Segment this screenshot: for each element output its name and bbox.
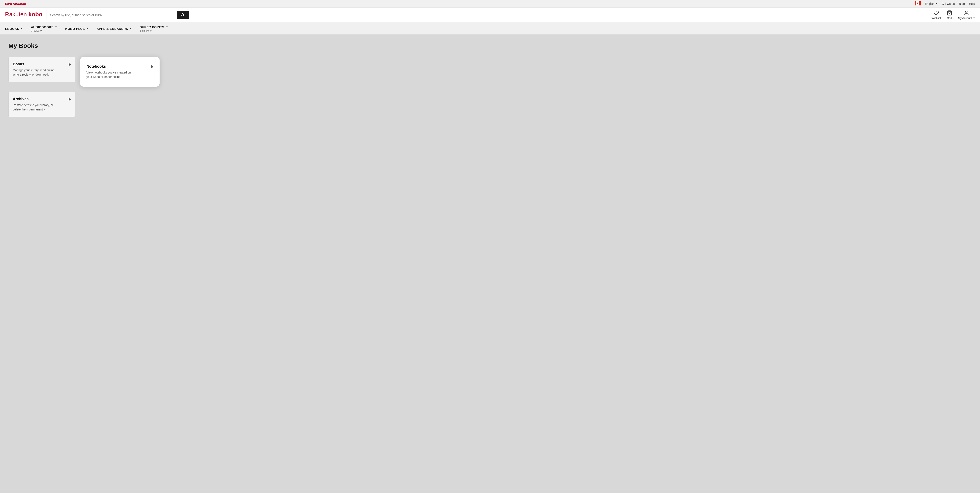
svg-point-5	[966, 11, 967, 13]
notebooks-card-title: Notebooks	[86, 64, 132, 69]
cart-icon	[947, 10, 952, 16]
my-account-button[interactable]: My Account	[958, 10, 975, 20]
koboplus-chevron-icon	[86, 28, 88, 29]
search-icon	[181, 13, 185, 17]
canada-flag-icon[interactable]	[915, 1, 921, 6]
top-bar: Earn Rewards English Gift Cards Blog Hel…	[0, 0, 980, 8]
nav-bar: eBOOKS AUDIOBOOKS Credits: 0 KOBO PLUS A…	[0, 22, 980, 35]
gift-cards-link[interactable]: Gift Cards	[942, 2, 955, 5]
books-card-title: Books	[13, 62, 59, 67]
nav-item-superpoints[interactable]: SUPER POINTS Balance: 0	[135, 22, 172, 34]
cards-row: Books Manage your library, read online, …	[8, 57, 972, 87]
books-card[interactable]: Books Manage your library, read online, …	[8, 57, 75, 82]
header: Rakuten kobo Wishlist Cart	[0, 8, 980, 22]
archives-card[interactable]: Archives Restore items to your library, …	[8, 92, 75, 117]
page-title: My Books	[8, 42, 972, 49]
cart-button[interactable]: Cart	[947, 10, 952, 20]
logo[interactable]: Rakuten kobo	[5, 11, 42, 18]
search-button[interactable]	[177, 11, 189, 19]
cards-row-2: Archives Restore items to your library, …	[8, 92, 972, 117]
logo-underline	[5, 18, 42, 18]
archives-card-desc: Restore items to your library, or delete…	[13, 103, 59, 112]
earn-rewards-link[interactable]: Earn Rewards	[5, 2, 26, 5]
apps-chevron-icon	[130, 28, 131, 29]
superpoints-chevron-icon	[166, 27, 168, 27]
header-icons: Wishlist Cart My Account	[932, 10, 975, 20]
audiobooks-chevron-icon	[55, 27, 57, 27]
archives-card-chevron-icon	[69, 98, 71, 101]
notebooks-card[interactable]: Notebooks View notebooks you've created …	[80, 57, 159, 87]
notebooks-card-desc: View notebooks you've created on your Ko…	[86, 70, 132, 79]
nav-item-koboplus[interactable]: KOBO PLUS	[61, 24, 92, 33]
audiobooks-credits: Credits: 0	[31, 29, 41, 32]
wishlist-button[interactable]: Wishlist	[932, 10, 941, 20]
my-account-label-row: My Account	[958, 16, 975, 20]
svg-rect-2	[919, 1, 921, 5]
language-selector[interactable]: English	[925, 2, 937, 5]
language-chevron-icon	[936, 3, 937, 5]
user-icon	[964, 10, 969, 16]
logo-text: Rakuten kobo	[5, 11, 42, 17]
books-card-chevron-icon	[69, 63, 71, 66]
search-input[interactable]	[46, 11, 177, 19]
books-card-desc: Manage your library, read online, write …	[13, 68, 59, 77]
svg-rect-1	[915, 1, 916, 5]
nav-item-audiobooks[interactable]: AUDIOBOOKS Credits: 0	[27, 22, 61, 34]
nav-item-apps[interactable]: APPS & eREADERS	[92, 24, 135, 33]
notebooks-card-chevron-icon	[151, 65, 153, 68]
search-bar	[46, 11, 189, 19]
top-bar-left: Earn Rewards	[5, 2, 26, 6]
help-link[interactable]: Help	[969, 2, 975, 5]
blog-link[interactable]: Blog	[959, 2, 965, 5]
archives-card-title: Archives	[13, 97, 59, 101]
main-content: My Books Books Manage your library, read…	[0, 35, 980, 486]
my-account-chevron-icon	[973, 17, 975, 19]
nav-item-ebooks[interactable]: eBOOKS	[5, 24, 27, 33]
heart-icon	[934, 10, 939, 16]
superpoints-balance: Balance: 0	[140, 29, 152, 32]
ebooks-chevron-icon	[21, 28, 22, 29]
top-bar-right: English Gift Cards Blog Help	[915, 1, 975, 6]
